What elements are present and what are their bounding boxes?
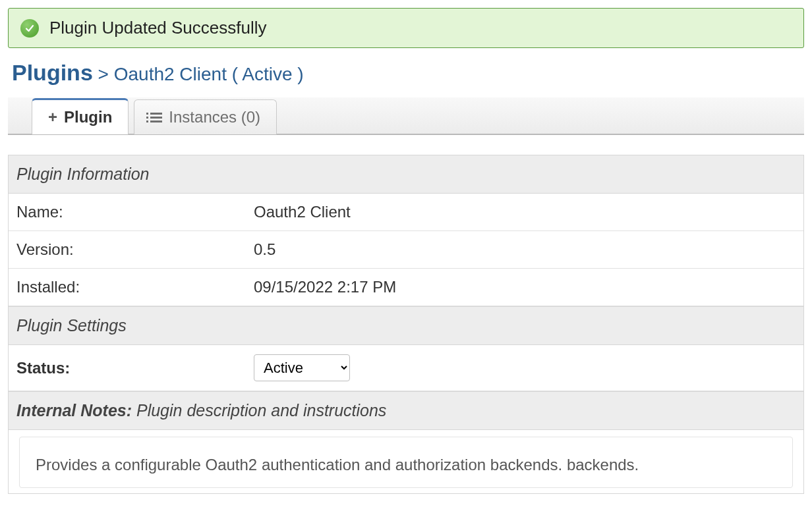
status-select[interactable]: ActiveDisabled	[254, 354, 350, 381]
version-value: 0.5	[254, 240, 276, 259]
breadcrumb: Plugins > Oauth2 Client ( Active )	[12, 60, 804, 86]
name-label: Name:	[16, 203, 254, 221]
tabs-bar: + Plugin Instances (0)	[8, 97, 804, 135]
plugins-link[interactable]: Plugins	[12, 60, 93, 85]
breadcrumb-separator: >	[98, 64, 109, 84]
breadcrumb-current: Oauth2 Client ( Active )	[114, 64, 304, 84]
version-label: Version:	[16, 240, 254, 259]
plus-icon: +	[48, 108, 57, 126]
section-header-settings: Plugin Settings	[9, 306, 803, 345]
plugin-panel: Plugin Information Name: Oauth2 Client V…	[8, 155, 804, 494]
alert-message: Plugin Updated Successfully	[49, 18, 267, 38]
tab-plugin-label: Plugin	[64, 108, 112, 126]
status-label: Status:	[16, 359, 254, 377]
internal-notes-body: Provides a configurable Oauth2 authentic…	[19, 437, 793, 488]
tab-plugin[interactable]: + Plugin	[32, 98, 129, 134]
section-header-info: Plugin Information	[9, 155, 803, 194]
name-value: Oauth2 Client	[254, 203, 351, 221]
installed-value: 09/15/2022 2:17 PM	[254, 278, 396, 296]
tab-instances[interactable]: Instances (0)	[134, 99, 277, 134]
installed-label: Installed:	[16, 278, 254, 296]
row-installed: Installed: 09/15/2022 2:17 PM	[9, 269, 803, 306]
row-status: Status: ActiveDisabled	[9, 345, 803, 391]
tab-instances-label: Instances (0)	[169, 108, 260, 126]
notes-header-bold: Internal Notes:	[16, 401, 132, 420]
check-circle-icon	[20, 19, 39, 38]
success-alert: Plugin Updated Successfully	[8, 8, 804, 48]
notes-header-rest: Plugin description and instructions	[132, 401, 386, 420]
row-name: Name: Oauth2 Client	[9, 194, 803, 231]
list-icon	[150, 113, 162, 122]
row-version: Version: 0.5	[9, 231, 803, 269]
section-header-notes: Internal Notes: Plugin description and i…	[9, 391, 803, 430]
